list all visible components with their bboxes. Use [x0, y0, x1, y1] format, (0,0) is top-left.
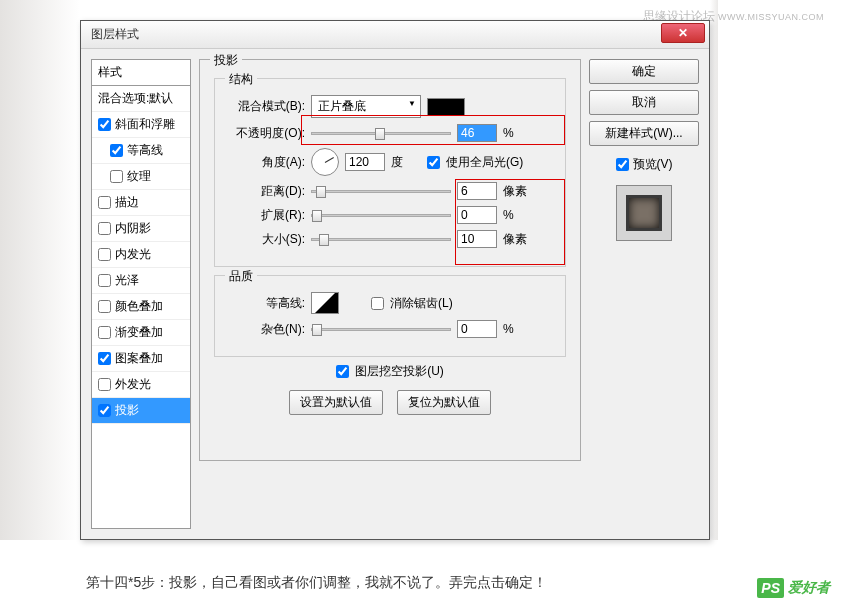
- preview-thumbnail: [616, 185, 672, 241]
- close-icon: ✕: [678, 26, 688, 40]
- opacity-unit: %: [503, 126, 533, 140]
- blend-mode-label: 混合模式(B):: [225, 98, 305, 115]
- opacity-row: 不透明度(O): 46 %: [225, 124, 555, 142]
- quality-group: 品质 等高线: 消除锯齿(L) 杂色(N): 0 %: [214, 275, 566, 357]
- style-item-3[interactable]: 描边: [92, 190, 190, 216]
- noise-input[interactable]: 0: [457, 320, 497, 338]
- shadow-color-swatch[interactable]: [427, 98, 465, 116]
- style-checkbox-2[interactable]: [110, 170, 123, 183]
- style-item-0[interactable]: 斜面和浮雕: [92, 112, 190, 138]
- style-item-8[interactable]: 渐变叠加: [92, 320, 190, 346]
- style-label-2: 纹理: [127, 168, 151, 185]
- style-item-11[interactable]: 投影: [92, 398, 190, 424]
- blend-mode-select[interactable]: 正片叠底: [311, 95, 421, 118]
- style-checkbox-0[interactable]: [98, 118, 111, 131]
- styles-header: 样式: [92, 60, 190, 86]
- style-checkbox-1[interactable]: [110, 144, 123, 157]
- style-checkbox-7[interactable]: [98, 300, 111, 313]
- preview-checkbox[interactable]: [616, 158, 629, 171]
- style-item-4[interactable]: 内阴影: [92, 216, 190, 242]
- angle-dial[interactable]: [311, 148, 339, 176]
- distance-input[interactable]: 6: [457, 182, 497, 200]
- style-item-6[interactable]: 光泽: [92, 268, 190, 294]
- size-unit: 像素: [503, 231, 533, 248]
- spread-input[interactable]: 0: [457, 206, 497, 224]
- style-item-1[interactable]: 等高线: [92, 138, 190, 164]
- opacity-label: 不透明度(O):: [225, 125, 305, 142]
- settings-panel: 投影 结构 混合模式(B): 正片叠底 不透明度(O): 46 %: [199, 59, 581, 529]
- angle-input[interactable]: 120: [345, 153, 385, 171]
- dialog-title: 图层样式: [91, 26, 139, 43]
- opacity-slider[interactable]: [311, 132, 451, 135]
- style-checkbox-6[interactable]: [98, 274, 111, 287]
- structure-group: 结构 混合模式(B): 正片叠底 不透明度(O): 46 % 角度(A):: [214, 78, 566, 267]
- contour-picker[interactable]: [311, 292, 339, 314]
- style-item-9[interactable]: 图案叠加: [92, 346, 190, 372]
- size-input[interactable]: 10: [457, 230, 497, 248]
- cancel-button[interactable]: 取消: [589, 90, 699, 115]
- style-checkbox-11[interactable]: [98, 404, 111, 417]
- style-checkbox-4[interactable]: [98, 222, 111, 235]
- blending-options-item[interactable]: 混合选项:默认: [92, 86, 190, 112]
- angle-row: 角度(A): 120 度 使用全局光(G): [225, 148, 555, 176]
- spread-unit: %: [503, 208, 533, 222]
- style-label-6: 光泽: [115, 272, 139, 289]
- global-light-label: 使用全局光(G): [446, 154, 523, 171]
- preview-label: 预览(V): [633, 156, 673, 173]
- default-buttons: 设置为默认值 复位为默认值: [214, 390, 566, 415]
- distance-slider[interactable]: [311, 190, 451, 193]
- style-checkbox-3[interactable]: [98, 196, 111, 209]
- global-light-checkbox[interactable]: [427, 156, 440, 169]
- watermark-en: WWW.MISSYUAN.COM: [718, 12, 824, 22]
- antialias-label: 消除锯齿(L): [390, 295, 453, 312]
- titlebar[interactable]: 图层样式 ✕: [81, 21, 709, 49]
- logo: PS 爱好者: [757, 578, 830, 598]
- knockout-checkbox[interactable]: [336, 365, 349, 378]
- set-default-button[interactable]: 设置为默认值: [289, 390, 383, 415]
- style-item-7[interactable]: 颜色叠加: [92, 294, 190, 320]
- style-item-5[interactable]: 内发光: [92, 242, 190, 268]
- reset-default-button[interactable]: 复位为默认值: [397, 390, 491, 415]
- distance-unit: 像素: [503, 183, 533, 200]
- action-panel: 确定 取消 新建样式(W)... 预览(V): [589, 59, 699, 529]
- style-item-10[interactable]: 外发光: [92, 372, 190, 398]
- noise-row: 杂色(N): 0 %: [225, 320, 555, 338]
- style-item-2[interactable]: 纹理: [92, 164, 190, 190]
- knockout-row: 图层挖空投影(U): [214, 363, 566, 380]
- style-label-4: 内阴影: [115, 220, 151, 237]
- ok-button[interactable]: 确定: [589, 59, 699, 84]
- noise-label: 杂色(N):: [225, 321, 305, 338]
- distance-label: 距离(D):: [225, 183, 305, 200]
- spread-label: 扩展(R):: [225, 207, 305, 224]
- size-slider[interactable]: [311, 238, 451, 241]
- noise-slider[interactable]: [311, 328, 451, 331]
- tutorial-caption: 第十四*5步：投影，自己看图或者你们调整，我就不说了。弄完点击确定！: [86, 574, 547, 592]
- opacity-input[interactable]: 46: [457, 124, 497, 142]
- style-checkbox-10[interactable]: [98, 378, 111, 391]
- styles-list: 样式 混合选项:默认 斜面和浮雕等高线纹理描边内阴影内发光光泽颜色叠加渐变叠加图…: [91, 59, 191, 529]
- preview-row: 预览(V): [589, 156, 699, 173]
- dialog-body: 样式 混合选项:默认 斜面和浮雕等高线纹理描边内阴影内发光光泽颜色叠加渐变叠加图…: [81, 49, 709, 539]
- style-checkbox-8[interactable]: [98, 326, 111, 339]
- style-label-0: 斜面和浮雕: [115, 116, 175, 133]
- new-style-button[interactable]: 新建样式(W)...: [589, 121, 699, 146]
- logo-text: 爱好者: [788, 579, 830, 597]
- blend-mode-row: 混合模式(B): 正片叠底: [225, 95, 555, 118]
- size-label: 大小(S):: [225, 231, 305, 248]
- style-checkbox-9[interactable]: [98, 352, 111, 365]
- structure-title: 结构: [225, 71, 257, 88]
- contour-label: 等高线:: [225, 295, 305, 312]
- angle-label: 角度(A):: [225, 154, 305, 171]
- preview-inner: [626, 195, 662, 231]
- decorative-edge-right: [710, 0, 718, 540]
- antialias-checkbox[interactable]: [371, 297, 384, 310]
- style-label-7: 颜色叠加: [115, 298, 163, 315]
- style-checkbox-5[interactable]: [98, 248, 111, 261]
- style-label-3: 描边: [115, 194, 139, 211]
- style-label-5: 内发光: [115, 246, 151, 263]
- close-button[interactable]: ✕: [661, 23, 705, 43]
- spread-slider[interactable]: [311, 214, 451, 217]
- style-label-9: 图案叠加: [115, 350, 163, 367]
- decorative-edge-left: [0, 0, 80, 540]
- noise-unit: %: [503, 322, 533, 336]
